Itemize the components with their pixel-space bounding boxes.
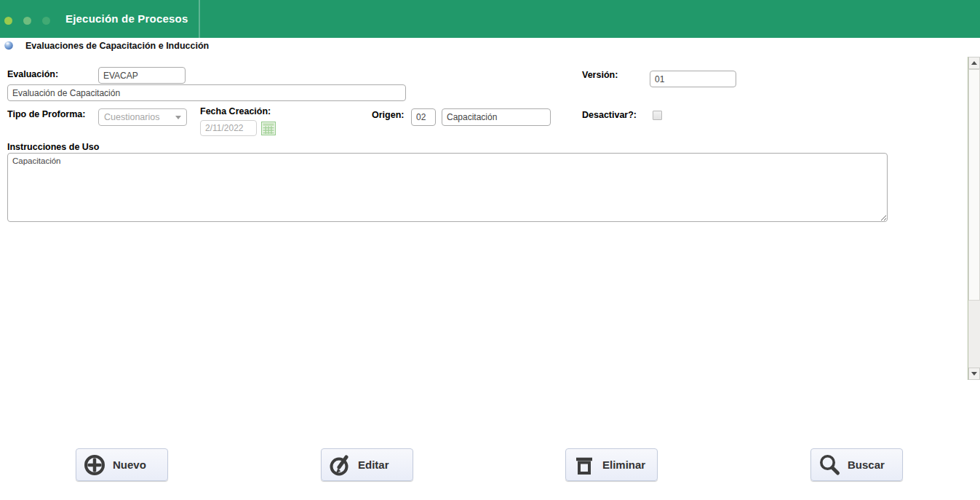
fecha-creacion-label: Fecha Creación:	[200, 106, 271, 116]
eliminar-button-label: Eliminar	[602, 459, 645, 471]
scroll-up-icon	[971, 61, 977, 65]
scroll-up-button[interactable]	[968, 57, 980, 69]
pencil-circle-icon	[328, 453, 351, 477]
instrucciones-label: Instrucciones de Uso	[7, 142, 99, 152]
tipo-proforma-label: Tipo de Proforma:	[7, 109, 85, 119]
desactivar-checkbox[interactable]	[653, 111, 662, 120]
magnifier-icon	[818, 453, 841, 477]
tipo-proforma-value: Cuestionarios	[104, 112, 159, 122]
scroll-down-icon	[971, 372, 977, 376]
editar-button-label: Editar	[358, 459, 389, 471]
version-input[interactable]	[650, 71, 736, 87]
plus-circle-icon	[83, 453, 106, 477]
info-icon	[4, 40, 14, 50]
nuevo-button[interactable]: Nuevo	[76, 448, 168, 481]
app-title: Ejecución de Procesos	[65, 0, 188, 38]
origen-code-input[interactable]	[411, 108, 436, 126]
fecha-creacion-input	[200, 120, 257, 136]
calendar-icon[interactable]	[261, 122, 276, 135]
vertical-scrollbar	[968, 57, 980, 380]
eliminar-button[interactable]: Eliminar	[565, 448, 658, 481]
header-bar: Ejecución de Procesos	[0, 0, 980, 38]
nuevo-button-label: Nuevo	[113, 459, 146, 471]
scrollbar-thumb[interactable]	[968, 69, 980, 301]
page-title: Evaluaciones de Capacitación e Inducción	[25, 41, 209, 51]
tipo-proforma-select: Cuestionarios	[98, 108, 187, 126]
origen-description-input[interactable]	[442, 108, 551, 126]
buscar-button-label: Buscar	[848, 459, 885, 471]
header-divider	[199, 0, 200, 38]
evaluacion-code-input[interactable]	[98, 67, 186, 84]
evaluacion-label: Evaluación:	[7, 69, 58, 79]
chevron-down-icon	[175, 116, 181, 119]
app-window: Ejecución de Procesos Evaluaciones de Ca…	[0, 0, 980, 500]
scroll-down-button[interactable]	[968, 368, 980, 380]
window-dot-3-icon[interactable]	[42, 17, 50, 25]
trash-icon	[573, 453, 596, 477]
version-label: Versión:	[582, 70, 618, 80]
origen-label: Origen:	[372, 110, 404, 120]
instrucciones-textarea[interactable]: Capacitación	[7, 153, 888, 222]
desactivar-label: Desactivar?:	[582, 110, 637, 120]
evaluacion-description-input[interactable]	[7, 84, 406, 101]
window-dot-1-icon[interactable]	[4, 17, 12, 25]
buscar-button[interactable]: Buscar	[810, 448, 903, 481]
editar-button[interactable]: Editar	[321, 448, 413, 481]
window-dot-2-icon[interactable]	[23, 17, 31, 25]
